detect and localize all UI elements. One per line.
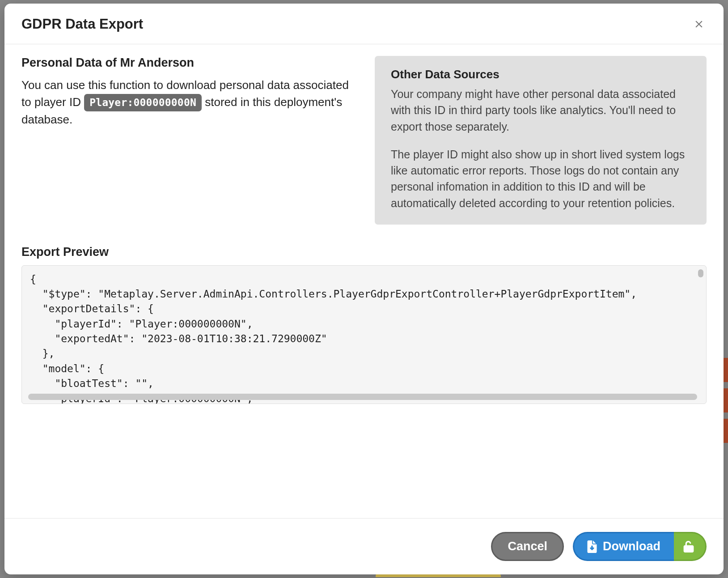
- unlock-button[interactable]: [674, 532, 707, 561]
- download-button[interactable]: Download: [573, 532, 674, 561]
- close-button[interactable]: [691, 17, 707, 32]
- info-para-2: The player ID might also show up in shor…: [391, 146, 690, 211]
- download-label: Download: [603, 540, 660, 553]
- preview-text: { "$type": "Metaplay.Server.AdminApi.Con…: [30, 273, 637, 404]
- modal-header: GDPR Data Export: [4, 4, 724, 44]
- info-para-1: Your company might have other personal d…: [391, 86, 690, 135]
- modal-footer: Cancel Download: [4, 518, 724, 574]
- info-title: Other Data Sources: [391, 68, 690, 81]
- preview-title: Export Preview: [21, 245, 707, 259]
- export-preview-box[interactable]: { "$type": "Metaplay.Server.AdminApi.Con…: [21, 265, 707, 404]
- horizontal-scrollbar[interactable]: [28, 394, 697, 400]
- close-icon: [693, 18, 705, 30]
- player-id-badge: Player:000000000N: [84, 94, 202, 111]
- modal-body: Personal Data of Mr Anderson You can use…: [4, 44, 724, 518]
- download-button-group: Download: [573, 532, 707, 561]
- unlock-icon: [683, 541, 694, 552]
- description-text: You can use this function to download pe…: [21, 77, 356, 128]
- gdpr-export-modal: GDPR Data Export Personal Data of Mr And…: [4, 4, 724, 574]
- vertical-scrollbar[interactable]: [698, 269, 703, 277]
- section-title: Personal Data of Mr Anderson: [21, 56, 356, 70]
- file-download-icon: [587, 540, 597, 553]
- cancel-button[interactable]: Cancel: [491, 532, 564, 561]
- cancel-label: Cancel: [508, 540, 547, 553]
- info-box: Other Data Sources Your company might ha…: [375, 56, 707, 225]
- modal-title: GDPR Data Export: [21, 16, 143, 32]
